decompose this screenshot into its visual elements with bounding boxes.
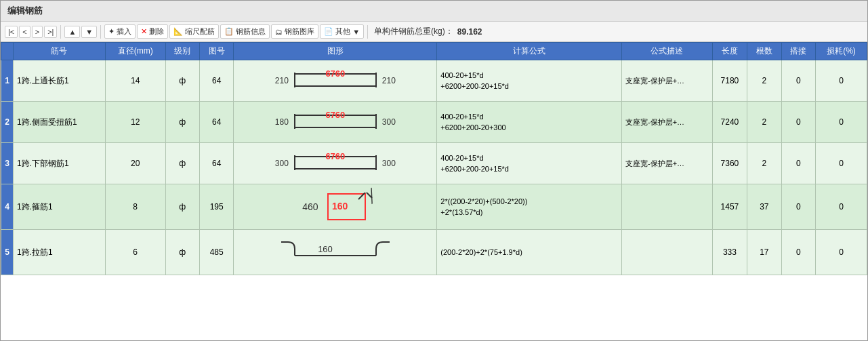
- bar-loss: 0: [816, 184, 867, 230]
- scale-icon: 📐: [173, 27, 183, 36]
- col-header-formula: 计算公式: [437, 43, 622, 60]
- info-button[interactable]: 📋 钢筋信息: [220, 24, 270, 39]
- bar-lap: 0: [781, 230, 815, 275]
- figure-number: 485: [199, 230, 233, 275]
- bar-lap: 0: [781, 60, 815, 102]
- bar-lap: 0: [781, 102, 815, 143]
- bar-loss: 0: [816, 230, 867, 275]
- col-header-diameter: 直径(mm): [105, 43, 165, 60]
- bar-count: 2: [747, 143, 781, 184]
- main-window: 编辑钢筋 |< < > >| ▲ ▼ ✦ 插入 ✕ 删除 📐 缩尺配筋 📋 钢筋…: [0, 0, 868, 341]
- table-row[interactable]: 21跨.侧面受扭筋112ф64 180 6760: [1, 102, 867, 143]
- bar-grade: ф: [165, 143, 199, 184]
- nav-next-button[interactable]: >: [32, 26, 43, 38]
- library-button[interactable]: 🗂 钢筋图库: [271, 24, 318, 39]
- bar-diameter: 8: [105, 184, 165, 230]
- total-weight-value: 89.162: [457, 27, 482, 37]
- bar-formula: 2*((200-2*20)+(500-2*20))+2*(13.57*d): [437, 184, 622, 230]
- scale-button[interactable]: 📐 缩尺配筋: [169, 24, 219, 39]
- formula-desc: 支座宽-保护层+…: [622, 102, 713, 143]
- formula-desc: [622, 230, 713, 275]
- bar-name: 1跨.上通长筋1: [14, 60, 106, 102]
- svg-text:160: 160: [318, 244, 333, 254]
- insert-icon: ✦: [108, 27, 115, 36]
- other-button[interactable]: 📄 其他 ▼: [320, 24, 364, 39]
- bar-name: 1跨.拉筋1: [14, 230, 106, 275]
- bar-loss: 0: [816, 143, 867, 184]
- bar-length: 7360: [712, 143, 747, 184]
- other-icon: 📄: [324, 27, 333, 36]
- title-bar: 编辑钢筋: [1, 1, 867, 22]
- bar-length: 1457: [712, 184, 747, 230]
- col-header-lap: 搭接: [781, 43, 815, 60]
- up-icon: ▲: [68, 28, 76, 36]
- insert-button[interactable]: ✦ 插入: [104, 24, 136, 39]
- table-container[interactable]: 筋号 直径(mm) 级别 图号 图形 计算公式 公式描述 长度 根数 搭接 损耗…: [1, 42, 867, 340]
- table-row[interactable]: 11跨.上通长筋114ф64 210 6760: [1, 60, 867, 102]
- bar-loss: 0: [816, 60, 867, 102]
- table-row[interactable]: 31跨.下部钢筋120ф64 300 6760: [1, 143, 867, 184]
- info-icon: 📋: [224, 27, 234, 36]
- delete-button[interactable]: ✕ 删除: [137, 24, 168, 39]
- row-number: 4: [1, 184, 14, 230]
- library-icon: 🗂: [275, 28, 283, 36]
- row-number: 1: [1, 60, 14, 102]
- figure-number: 195: [199, 184, 233, 230]
- table-row[interactable]: 51跨.拉筋16ф485 160 (200-2*20)+2*(75+1.9*d)…: [1, 230, 867, 275]
- bar-loss: 0: [816, 102, 867, 143]
- bar-grade: ф: [165, 60, 199, 102]
- bar-grade: ф: [165, 230, 199, 275]
- table-row[interactable]: 41跨.箍筋18ф195 460 160 ╱: [1, 184, 867, 230]
- col-header-barname: 筋号: [14, 43, 106, 60]
- nav-last-button[interactable]: >|: [44, 26, 57, 38]
- move-up-button[interactable]: ▲: [64, 26, 80, 38]
- bar-length: 7180: [712, 60, 747, 102]
- bar-formula: 400-20+15*d+6200+200-20+300: [437, 102, 622, 143]
- tie-svg: 160: [274, 235, 396, 269]
- figure-drawing: 300 6760 300: [234, 143, 437, 184]
- bar-diameter: 20: [105, 143, 165, 184]
- sep1: [60, 25, 61, 39]
- other-dropdown-icon: ▼: [352, 28, 360, 36]
- bar-formula: 400-20+15*d+6200+200-20+15*d: [437, 143, 622, 184]
- col-header-loss: 损耗(%): [816, 43, 867, 60]
- toolbar: |< < > >| ▲ ▼ ✦ 插入 ✕ 删除 📐 缩尺配筋 📋 钢筋信息 🗂: [1, 22, 867, 42]
- figure-drawing: 210 6760 210: [234, 60, 437, 102]
- bar-formula: (200-2*20)+2*(75+1.9*d): [437, 230, 622, 275]
- bar-lap: 0: [781, 184, 815, 230]
- bar-name: 1跨.下部钢筋1: [14, 143, 106, 184]
- bar-count: 2: [747, 60, 781, 102]
- window-title: 编辑钢筋: [7, 5, 43, 16]
- col-header-figure: 图形: [234, 43, 437, 60]
- col-header-grade: 级别: [165, 43, 199, 60]
- figure-number: 64: [199, 102, 233, 143]
- bar-diameter: 6: [105, 230, 165, 275]
- svg-text:160: 160: [332, 201, 348, 212]
- bar-formula: 400-20+15*d+6200+200-20+15*d: [437, 60, 622, 102]
- bar-grade: ф: [165, 102, 199, 143]
- col-header-count: 根数: [747, 43, 781, 60]
- col-header-num: [1, 43, 14, 60]
- figure-number: 64: [199, 143, 233, 184]
- move-down-button[interactable]: ▼: [81, 26, 97, 38]
- formula-desc: 支座宽-保护层+…: [622, 143, 713, 184]
- formula-desc: 支座宽-保护层+…: [622, 60, 713, 102]
- table-header-row: 筋号 直径(mm) 级别 图号 图形 计算公式 公式描述 长度 根数 搭接 损耗…: [1, 43, 867, 60]
- row-number: 3: [1, 143, 14, 184]
- bar-lap: 0: [781, 143, 815, 184]
- col-header-length: 长度: [712, 43, 747, 60]
- sep2: [100, 25, 101, 39]
- stirrup-svg: 160: [327, 193, 374, 224]
- row-number: 2: [1, 102, 14, 143]
- figure-drawing: 180 6760 300: [234, 102, 437, 143]
- delete-icon: ✕: [141, 27, 147, 36]
- bar-length: 333: [712, 230, 747, 275]
- nav-first-button[interactable]: |<: [5, 26, 18, 38]
- bar-grade: ф: [165, 184, 199, 230]
- nav-prev-button[interactable]: <: [19, 26, 30, 38]
- col-header-fignum: 图号: [199, 43, 233, 60]
- formula-desc: [622, 184, 713, 230]
- figure-drawing: 160: [234, 230, 437, 275]
- bar-name: 1跨.箍筋1: [14, 184, 106, 230]
- total-weight-label: 单构件钢筋总重(kg)：: [374, 26, 453, 37]
